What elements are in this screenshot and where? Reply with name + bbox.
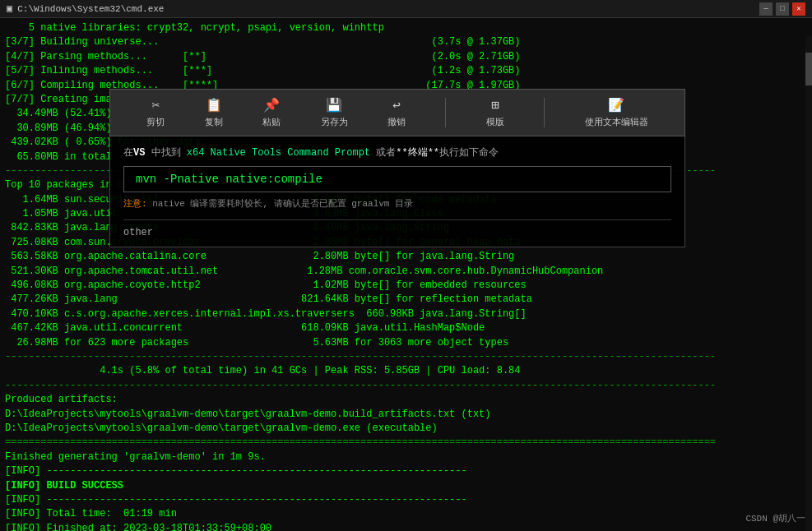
terminal-line-19: 477.26KB java.lang 821.64KB byte[] for r… <box>5 293 807 307</box>
terminal-line-finished: Finished generating 'graalvm-demo' in 1m… <box>5 450 807 464</box>
terminal-line-artifact1: D:\IdeaProjects\mytools\graalvm-demo\tar… <box>5 408 807 422</box>
paste-label: 粘贴 <box>262 116 281 128</box>
terminal-line-16: 563.58KB org.apache.catalina.core 2.80MB… <box>5 250 807 264</box>
copy-label: 复制 <box>205 116 223 128</box>
terminal-line-info2: [INFO] ---------------------------------… <box>5 493 807 507</box>
text-editor-icon: 📝 <box>608 97 624 113</box>
terminal-line-4: [5/7] Inlining methods... [***] (1.2s @ … <box>5 64 807 78</box>
cut-icon: ✂ <box>151 97 160 113</box>
terminal-line-finished-at: [INFO] Finished at: 2023-03-18T01:33:59+… <box>5 522 807 531</box>
overlay-toolbar: ✂ 剪切 📋 复制 📌 粘贴 💾 另存为 ↩ 撤销 ⊞ 模版 📝 使用文本编辑器 <box>109 89 685 136</box>
overlay-note: 注意: native 编译需要耗时较长, 请确认是否已配置 graalvm 目录 <box>123 197 671 211</box>
separator-3: ----------------------------------------… <box>5 379 807 393</box>
toolbar-undo[interactable]: ↩ 撤销 <box>387 97 406 128</box>
terminal-line-18: 496.08KB org.apache.coyote.http2 1.02MB … <box>5 279 807 293</box>
overlay-hint-panel: 在VS 中找到 x64 Native Tools Command Prompt … <box>109 136 685 247</box>
terminal-line-17: 521.30KB org.apache.tomcat.util.net 1.28… <box>5 265 807 279</box>
cmd-icon: ▣ <box>7 2 12 15</box>
toolbar-paste[interactable]: 📌 粘贴 <box>262 97 281 128</box>
terminal-line-totaltime: [INFO] Total time: 01:19 min <box>5 507 807 521</box>
template-label: 模版 <box>486 116 504 128</box>
separator-2: ----------------------------------------… <box>5 350 807 364</box>
terminal-line-success: [INFO] BUILD SUCCESS <box>5 479 807 493</box>
titlebar-left: ▣ C:\Windows\System32\cmd.exe <box>7 2 164 15</box>
terminal-line-artifacts: Produced artifacts: <box>5 393 807 407</box>
terminal-line-2: [3/7] Building universe... (3.7s @ 1.37G… <box>5 35 807 49</box>
toolbar-template[interactable]: ⊞ 模版 <box>486 97 504 128</box>
titlebar: ▣ C:\Windows\System32\cmd.exe ─ □ ✕ <box>0 0 812 18</box>
overlay-other-label: other <box>123 219 671 238</box>
toolbar-divider <box>445 98 446 127</box>
watermark-text: CSDN @胡八一 <box>745 514 805 524</box>
titlebar-controls[interactable]: ─ □ ✕ <box>759 2 805 16</box>
scrollbar[interactable] <box>805 36 812 531</box>
separator-4: ========================================… <box>5 436 807 450</box>
other-text: other <box>123 227 153 238</box>
terminal-window: 5 native libraries: crypt32, ncrypt, psa… <box>0 18 812 531</box>
maximize-button[interactable]: □ <box>776 2 789 16</box>
template-icon: ⊞ <box>491 97 499 113</box>
undo-icon: ↩ <box>392 97 401 113</box>
terminal-line-20: 470.10KB c.s.org.apache.xerces.internal.… <box>5 307 807 321</box>
toolbar-cut[interactable]: ✂ 剪切 <box>146 97 165 128</box>
titlebar-title: C:\Windows\System32\cmd.exe <box>17 4 164 14</box>
toolbar-divider2 <box>544 98 545 127</box>
cut-label: 剪切 <box>146 116 165 128</box>
close-button[interactable]: ✕ <box>792 2 805 16</box>
terminal-line-gc: 4.1s (5.8% of total time) in 41 GCs | Pe… <box>5 364 807 378</box>
terminal-line-3: [4/7] Parsing methods... [**] (2.0s @ 2.… <box>5 50 807 64</box>
paste-icon: 📌 <box>263 97 280 113</box>
terminal-line-22: 26.98MB for 623 more packages 5.63MB for… <box>5 336 807 350</box>
toolbar-text-editor[interactable]: 📝 使用文本编辑器 <box>585 97 648 128</box>
toolbar-copy[interactable]: 📋 复制 <box>205 97 223 128</box>
toolbar-saveas[interactable]: 💾 另存为 <box>321 97 348 128</box>
overlay-cmd-box: mvn -Pnative native:compile <box>123 166 671 192</box>
terminal-line-1: 5 native libraries: crypt32, ncrypt, psa… <box>5 21 807 35</box>
minimize-button[interactable]: ─ <box>759 2 773 16</box>
text-editor-label: 使用文本编辑器 <box>585 116 648 128</box>
overlay-cmd-text: mvn -Pnative native:compile <box>136 173 322 186</box>
saveas-icon: 💾 <box>326 97 342 113</box>
terminal-line-artifact2: D:\IdeaProjects\mytools\graalvm-demo\tar… <box>5 422 807 436</box>
terminal-line-21: 467.42KB java.util.concurrent 618.09KB j… <box>5 321 807 335</box>
terminal-line-info1: [INFO] ---------------------------------… <box>5 464 807 478</box>
copy-icon: 📋 <box>206 97 222 113</box>
saveas-label: 另存为 <box>321 116 348 128</box>
scrollbar-thumb[interactable] <box>805 53 812 85</box>
undo-label: 撤销 <box>387 116 406 128</box>
csdn-watermark: CSDN @胡八一 <box>745 512 805 524</box>
overlay-hint-text: 在VS 中找到 x64 Native Tools Command Prompt … <box>123 145 671 161</box>
